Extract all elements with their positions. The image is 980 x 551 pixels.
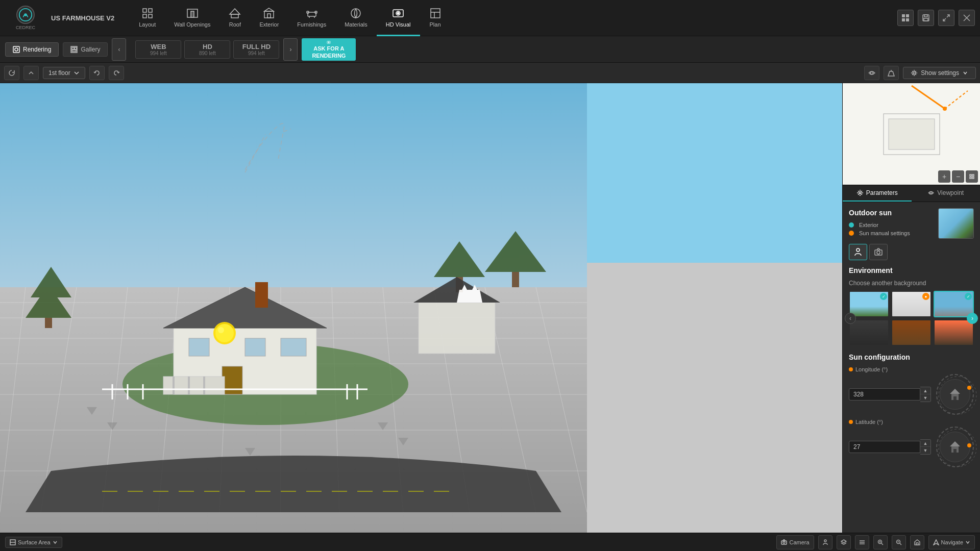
- toolbar-right-controls: [897, 10, 975, 26]
- tab-viewpoint[interactable]: Viewpoint: [912, 185, 981, 202]
- toolbar-furnishings[interactable]: Furnishings: [288, 0, 335, 36]
- bg-white-room-thumb[interactable]: ●: [891, 291, 932, 317]
- svg-point-120: [930, 192, 932, 194]
- bg-evening-img: [935, 320, 973, 345]
- tab-parameters[interactable]: Parameters: [843, 185, 912, 202]
- svg-marker-152: [915, 540, 920, 545]
- zoom-in-btn[interactable]: [873, 535, 888, 549]
- bg-sky-badge: ✓: [880, 293, 887, 300]
- choose-bg-label: Choose another background: [849, 280, 974, 287]
- bg-prev-arrow[interactable]: ‹: [845, 313, 856, 324]
- latitude-down[interactable]: ▼: [920, 447, 930, 454]
- svg-rect-27: [902, 18, 905, 21]
- svg-rect-117: [970, 177, 971, 179]
- tab-gallery[interactable]: Gallery: [63, 42, 108, 57]
- icon-toggle-row: [849, 244, 974, 260]
- toolbar-roof[interactable]: Roof: [219, 0, 250, 36]
- person-toggle[interactable]: [849, 244, 867, 260]
- svg-rect-5: [149, 14, 152, 18]
- svg-rect-25: [902, 14, 905, 17]
- navigate-item[interactable]: Navigate: [928, 535, 975, 549]
- environment-section: Environment Choose another background ‹ …: [849, 266, 974, 346]
- svg-point-123: [877, 251, 880, 254]
- surface-area-item[interactable]: Surface Area: [5, 537, 62, 548]
- svg-rect-115: [970, 174, 971, 176]
- longitude-input[interactable]: [849, 388, 920, 400]
- logo: [16, 6, 35, 24]
- toolbar-plan[interactable]: Plan: [420, 0, 451, 36]
- camera-item[interactable]: Camera: [776, 535, 814, 549]
- latitude-up[interactable]: ▲: [920, 440, 930, 447]
- toolbar-layout[interactable]: Layout: [130, 0, 165, 36]
- longitude-dial[interactable]: [936, 374, 974, 415]
- mini-map-zoom-out[interactable]: −: [952, 170, 964, 183]
- person-status-btn[interactable]: [818, 535, 832, 549]
- list-status-btn[interactable]: [855, 535, 869, 549]
- longitude-up[interactable]: ▲: [920, 387, 930, 394]
- svg-point-48: [913, 71, 916, 74]
- render-opt-full-hd[interactable]: FULL HD 994 left: [233, 40, 279, 59]
- mini-map-svg: [843, 83, 980, 185]
- floor-up-button[interactable]: [23, 66, 39, 80]
- top-toolbar: CEDREC US FARMHOUSE V2 Layout Wall Openi…: [0, 0, 980, 36]
- latitude-label: Latitude (°): [849, 419, 974, 425]
- bg-next-arrow[interactable]: ›: [967, 313, 978, 324]
- undo-button[interactable]: [89, 66, 105, 80]
- tab-rendering[interactable]: Rendering: [5, 42, 59, 57]
- mini-map-zoom-in[interactable]: +: [938, 170, 950, 183]
- latitude-dial[interactable]: [936, 427, 974, 467]
- svg-point-132: [939, 429, 976, 467]
- mini-map-fit[interactable]: [966, 170, 978, 183]
- svg-point-128: [967, 386, 971, 390]
- status-right: Camera: [776, 535, 975, 549]
- scene-canvas: [0, 83, 842, 533]
- home-btn[interactable]: [910, 535, 924, 549]
- grid-view-button[interactable]: [897, 10, 914, 26]
- longitude-row: Longitude (°) ▲ ▼: [849, 366, 974, 415]
- longitude-field-row: ▲ ▼: [849, 387, 931, 402]
- right-panel: + − Parameters: [842, 83, 980, 533]
- render-opt-hd[interactable]: HD 890 left: [184, 40, 230, 59]
- zoom-out-btn[interactable]: [892, 535, 906, 549]
- latitude-input[interactable]: [849, 441, 920, 453]
- redo-button[interactable]: [109, 66, 124, 80]
- show-settings-button[interactable]: Show settings: [903, 67, 976, 79]
- close-button[interactable]: [959, 10, 975, 26]
- longitude-input-area: ▲ ▼: [849, 374, 974, 415]
- svg-point-45: [871, 71, 873, 74]
- toolbar-materials[interactable]: Materials: [335, 0, 377, 36]
- bg-brick-thumb[interactable]: [891, 319, 932, 346]
- floor-selector[interactable]: 1st floor: [43, 67, 85, 79]
- svg-rect-4: [143, 14, 146, 18]
- bg-white-room-badge: ●: [922, 293, 929, 300]
- svg-line-140: [841, 543, 844, 544]
- ask-rendering-button[interactable]: ASK FOR A RENDERING: [302, 38, 356, 61]
- svg-rect-26: [906, 14, 909, 17]
- render-next-arrow[interactable]: ›: [283, 38, 298, 61]
- viewport[interactable]: [0, 83, 842, 533]
- render-opt-web[interactable]: WEB 994 left: [135, 40, 181, 59]
- render-prev-arrow[interactable]: ‹: [112, 38, 126, 61]
- svg-point-18: [351, 9, 360, 18]
- longitude-stepper: ▲ ▼: [920, 387, 931, 402]
- perspective-tool-button[interactable]: [884, 66, 899, 80]
- save-button[interactable]: [918, 10, 934, 26]
- svg-rect-40: [75, 47, 77, 49]
- panel-tabs: Parameters Viewpoint: [843, 185, 980, 202]
- maximize-button[interactable]: [938, 10, 954, 26]
- layers-status-btn[interactable]: [837, 535, 851, 549]
- svg-rect-7: [191, 11, 194, 17]
- second-bar: Rendering Gallery ‹ WEB 994 left HD 890 …: [0, 36, 980, 63]
- toolbar-exterior[interactable]: Exterior: [250, 0, 288, 36]
- toolbar-hd-visual[interactable]: HD Visual: [377, 0, 420, 36]
- refresh-button[interactable]: [4, 66, 19, 80]
- longitude-down[interactable]: ▼: [920, 394, 930, 402]
- toolbar-wall-openings[interactable]: Wall Openings: [165, 0, 219, 36]
- svg-marker-8: [230, 9, 240, 14]
- logo-area: CEDREC: [5, 6, 46, 30]
- eye-tool-button[interactable]: [864, 66, 879, 80]
- svg-rect-116: [972, 174, 974, 176]
- latitude-dot: [849, 420, 853, 424]
- camera-toggle[interactable]: [869, 244, 888, 260]
- mini-map-controls: + −: [938, 170, 978, 183]
